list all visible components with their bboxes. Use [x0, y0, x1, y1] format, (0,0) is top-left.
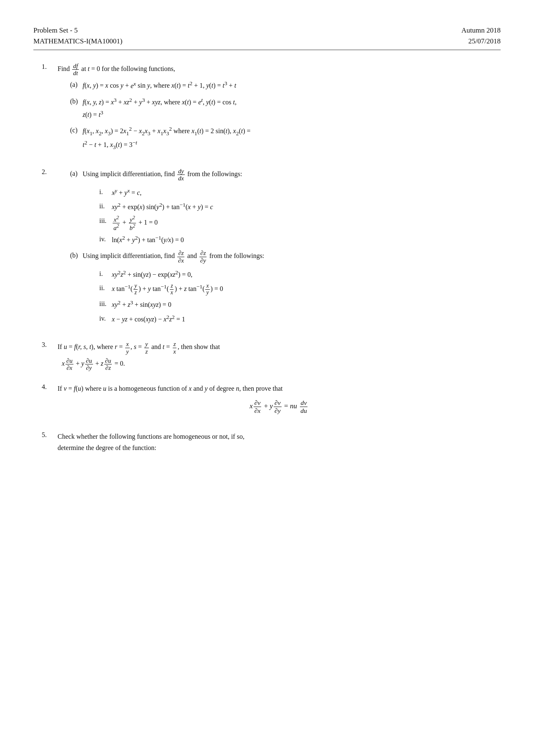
date: 25/07/2018: [461, 36, 501, 47]
problem-4: 4. If v = f(u) where u is a homogeneous …: [42, 383, 501, 419]
problem-3-text: If u = f(r, s, t), where r = xy, s = yz …: [58, 341, 501, 354]
problem-2b-ii: ii. x tan−1(yz) + y tan−1(zx) + z tan−1(…: [99, 282, 501, 296]
problem-1c: (c) f(x1, x2, x3) = 2x12 − x2x3 + x1x32 …: [70, 124, 501, 152]
problems-content: 1. Find dfdt at t = 0 for the following …: [33, 63, 501, 456]
problem-1-text: Find dfdt at t = 0 for the following fun…: [58, 63, 501, 76]
problem-3: 3. If u = f(r, s, t), where r = xy, s = …: [42, 341, 501, 371]
problem-2: 2. (a) Using implicit differentiation, f…: [42, 168, 501, 329]
problem-2a-ii: ii. xy2 + exp(x) sin(y2) + tan−1(x + y) …: [99, 200, 501, 213]
problem-2b-i: i. xy2z2 + sin(yz) − exp(xz2) = 0,: [99, 268, 501, 281]
problem-2a-items: i. xy + yx = c, ii. xy2 + exp(x) sin(y2)…: [91, 186, 501, 246]
problem-1a: (a) f(x, y) = x cos y + ex sin y, where …: [70, 79, 501, 91]
problem-2a-iii: iii. x2a2 + y2b2 + 1 = 0: [99, 215, 501, 231]
problem-2b-iii: iii. xy2 + z3 + sin(xyz) = 0: [99, 298, 501, 311]
problem-4-equation: x∂v∂x + y∂v∂y = nu dvdu: [58, 399, 501, 414]
problem-2b-text: Using implicit differentiation, find ∂z∂…: [83, 250, 264, 263]
problem-2-subitems: (a) Using implicit differentiation, find…: [58, 168, 501, 325]
problem-2a-i: i. xy + yx = c,: [99, 186, 501, 199]
course-title: Problem Set - 5: [33, 25, 122, 36]
problem-2b-intro: (b) Using implicit differentiation, find…: [70, 250, 501, 263]
header-left: Problem Set - 5 MATHEMATICS-I(MA10001): [33, 25, 122, 46]
course-code: MATHEMATICS-I(MA10001): [33, 36, 122, 47]
problem-2-number: 2.: [42, 168, 53, 329]
problem-2a-intro: (a) Using implicit differentiation, find…: [70, 168, 501, 182]
problem-4-number: 4.: [42, 383, 53, 419]
problem-2b-iv: iv. x − yz + cos(xyz) − x2z2 = 1: [99, 313, 501, 325]
problem-2a-iv: iv. ln(x2 + y2) + tan−1(y/x) = 0: [99, 233, 501, 246]
problem-4-text: If v = f(u) where u is a homogeneous fun…: [58, 383, 501, 394]
semester: Autumn 2018: [461, 25, 501, 36]
page-header: Problem Set - 5 MATHEMATICS-I(MA10001) A…: [33, 25, 501, 50]
header-right: Autumn 2018 25/07/2018: [461, 25, 501, 46]
problem-2-body: (a) Using implicit differentiation, find…: [58, 168, 501, 329]
problem-5-number: 5.: [42, 431, 53, 456]
problem-1b-text: f(x, y, z) = x3 + xz2 + y3 + xyz, where …: [83, 96, 237, 120]
problem-1b: (b) f(x, y, z) = x3 + xz2 + y3 + xyz, wh…: [70, 96, 501, 120]
problem-3-body: If u = f(r, s, t), where r = xy, s = yz …: [58, 341, 501, 371]
problem-1: 1. Find dfdt at t = 0 for the following …: [42, 63, 501, 156]
problem-4-body: If v = f(u) where u is a homogeneous fun…: [58, 383, 501, 419]
problem-1-body: Find dfdt at t = 0 for the following fun…: [58, 63, 501, 156]
problem-1-number: 1.: [42, 63, 53, 156]
problem-1a-text: f(x, y) = x cos y + ex sin y, where x(t)…: [83, 79, 236, 91]
problem-2b-items: i. xy2z2 + sin(yz) − exp(xz2) = 0, ii. x…: [91, 268, 501, 325]
problem-5-body: Check whether the following functions ar…: [58, 431, 501, 456]
problem-1c-text: f(x1, x2, x3) = 2x12 − x2x3 + x1x32 wher…: [83, 124, 251, 152]
problem-2a-text: Using implicit differentiation, find dyd…: [83, 168, 242, 182]
problem-3-equation: x∂u∂x + y∂u∂y + z∂u∂z = 0.: [62, 357, 501, 371]
problem-1-subitems: (a) f(x, y) = x cos y + ex sin y, where …: [58, 79, 501, 152]
df-dt-fraction: dfdt: [72, 63, 78, 76]
problem-5-text: Check whether the following functions ar…: [58, 431, 501, 453]
problem-3-number: 3.: [42, 341, 53, 371]
problem-5: 5. Check whether the following functions…: [42, 431, 501, 456]
